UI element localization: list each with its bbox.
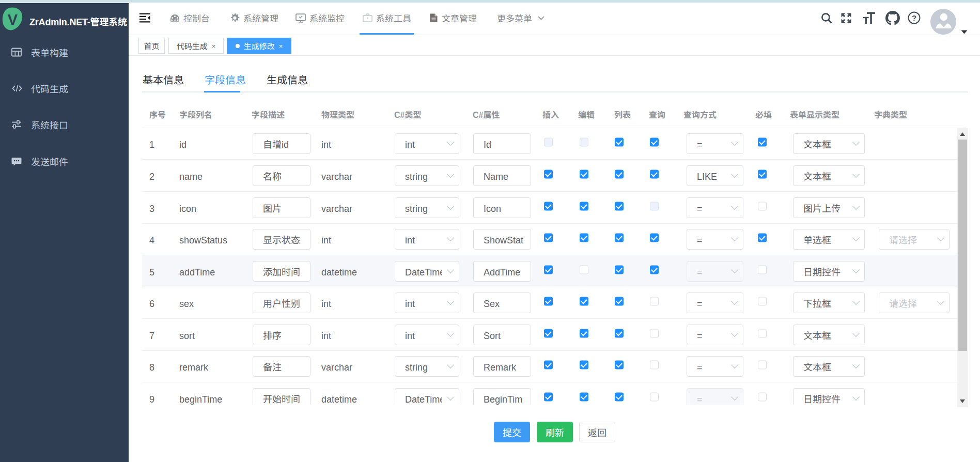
svg-text:?: ? [912, 12, 916, 23]
svg-text:V: V [8, 7, 18, 29]
